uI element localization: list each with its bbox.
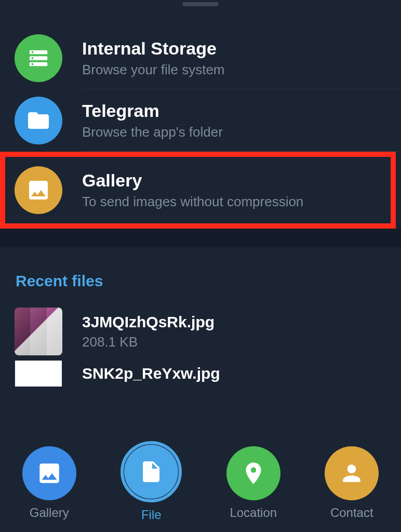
source-subtitle: Browse the app's folder xyxy=(82,124,223,140)
tab-contact[interactable]: Contact xyxy=(325,446,379,520)
attachment-tabs: Gallery File Location Contact xyxy=(0,434,401,532)
recent-files-list: 3JMQIzhQsRk.jpg 208.1 KB GREEN_VENUS SNK… xyxy=(0,302,401,387)
file-name: 3JMQIzhQsRk.jpg xyxy=(82,313,215,331)
section-gap xyxy=(0,229,401,247)
image-icon xyxy=(15,166,62,214)
active-ring xyxy=(121,441,182,502)
file-thumbnail xyxy=(15,308,62,355)
source-title: Telegram xyxy=(82,101,223,121)
tab-gallery[interactable]: Gallery xyxy=(22,446,76,520)
highlight-box: Gallery To send images without compressi… xyxy=(0,152,396,229)
file-thumbnail: GREEN_VENUS xyxy=(15,361,62,387)
svg-point-3 xyxy=(32,51,34,54)
tab-label: File xyxy=(141,508,162,522)
source-gallery[interactable]: Gallery To send images without compressi… xyxy=(5,157,391,223)
person-icon xyxy=(325,446,379,500)
file-row[interactable]: 3JMQIzhQsRk.jpg 208.1 KB xyxy=(0,302,401,361)
image-icon xyxy=(22,446,76,500)
pin-icon xyxy=(226,446,280,500)
source-subtitle: To send images without compression xyxy=(82,194,303,210)
tab-label: Location xyxy=(230,506,277,520)
recent-files-header: Recent files xyxy=(0,247,401,302)
source-title: Internal Storage xyxy=(82,38,225,59)
file-row[interactable]: GREEN_VENUS SNK2p_ReYxw.jpg xyxy=(0,361,401,387)
svg-point-5 xyxy=(32,63,34,65)
file-name: SNK2p_ReYxw.jpg xyxy=(82,365,220,382)
file-size: 208.1 KB xyxy=(82,334,215,350)
tab-label: Gallery xyxy=(30,506,69,520)
drag-handle[interactable] xyxy=(182,2,219,6)
file-icon xyxy=(124,445,178,499)
folder-icon xyxy=(15,97,62,144)
source-subtitle: Browse your file system xyxy=(82,62,225,78)
source-list: Internal Storage Browse your file system… xyxy=(0,6,401,229)
source-internal-storage[interactable]: Internal Storage Browse your file system xyxy=(0,27,401,89)
source-title: Gallery xyxy=(82,170,303,191)
divider xyxy=(82,151,401,152)
tab-file[interactable]: File xyxy=(121,445,182,522)
tab-location[interactable]: Location xyxy=(226,446,280,520)
svg-point-4 xyxy=(32,57,34,59)
source-telegram[interactable]: Telegram Browse the app's folder xyxy=(0,89,401,152)
storage-icon xyxy=(15,34,62,82)
tab-label: Contact xyxy=(330,506,373,520)
